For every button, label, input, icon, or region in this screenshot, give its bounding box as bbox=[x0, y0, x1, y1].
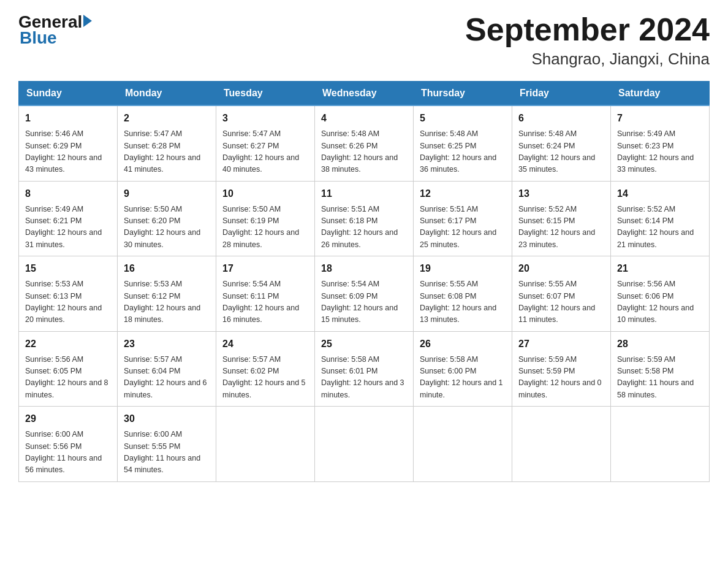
calendar-cell: 17Sunrise: 5:54 AMSunset: 6:11 PMDayligh… bbox=[216, 256, 315, 332]
calendar-cell: 12Sunrise: 5:51 AMSunset: 6:17 PMDayligh… bbox=[414, 181, 512, 256]
day-number: 30 bbox=[124, 412, 210, 426]
header-day-sunday: Sunday bbox=[19, 82, 118, 106]
day-info: Sunrise: 5:54 AMSunset: 6:09 PMDaylight:… bbox=[321, 278, 407, 326]
day-number: 29 bbox=[25, 412, 111, 426]
day-number: 19 bbox=[420, 261, 506, 276]
day-number: 20 bbox=[518, 261, 604, 276]
day-number: 15 bbox=[25, 261, 111, 276]
day-info: Sunrise: 5:46 AMSunset: 6:29 PMDaylight:… bbox=[25, 128, 111, 176]
day-info: Sunrise: 5:54 AMSunset: 6:11 PMDaylight:… bbox=[222, 278, 308, 326]
calendar-title-block: September 2024 Shangrao, Jiangxi, China bbox=[465, 12, 710, 69]
day-info: Sunrise: 5:58 AMSunset: 6:01 PMDaylight:… bbox=[321, 354, 407, 402]
calendar-week-4: 22Sunrise: 5:56 AMSunset: 6:05 PMDayligh… bbox=[19, 331, 710, 407]
calendar-cell bbox=[216, 407, 315, 482]
day-number: 7 bbox=[617, 111, 703, 126]
calendar-cell: 9Sunrise: 5:50 AMSunset: 6:20 PMDaylight… bbox=[118, 181, 216, 256]
day-info: Sunrise: 5:48 AMSunset: 6:24 PMDaylight:… bbox=[518, 128, 604, 176]
calendar-cell: 16Sunrise: 5:53 AMSunset: 6:12 PMDayligh… bbox=[118, 256, 216, 332]
day-number: 1 bbox=[25, 111, 111, 126]
calendar-cell bbox=[414, 407, 512, 482]
calendar-cell: 29Sunrise: 6:00 AMSunset: 5:56 PMDayligh… bbox=[19, 407, 118, 482]
day-number: 5 bbox=[420, 111, 506, 126]
day-info: Sunrise: 5:48 AMSunset: 6:26 PMDaylight:… bbox=[321, 128, 407, 176]
day-number: 14 bbox=[617, 186, 703, 201]
calendar-week-2: 8Sunrise: 5:49 AMSunset: 6:21 PMDaylight… bbox=[19, 181, 710, 256]
day-info: Sunrise: 5:58 AMSunset: 6:00 PMDaylight:… bbox=[420, 354, 506, 402]
calendar-cell: 15Sunrise: 5:53 AMSunset: 6:13 PMDayligh… bbox=[19, 256, 118, 332]
day-info: Sunrise: 5:51 AMSunset: 6:18 PMDaylight:… bbox=[321, 204, 407, 251]
calendar-cell: 18Sunrise: 5:54 AMSunset: 6:09 PMDayligh… bbox=[315, 256, 414, 332]
calendar-header-row: SundayMondayTuesdayWednesdayThursdayFrid… bbox=[19, 82, 710, 106]
day-info: Sunrise: 6:00 AMSunset: 5:56 PMDaylight:… bbox=[25, 429, 111, 477]
calendar-table: SundayMondayTuesdayWednesdayThursdayFrid… bbox=[18, 81, 710, 482]
day-info: Sunrise: 5:59 AMSunset: 5:58 PMDaylight:… bbox=[617, 354, 703, 402]
logo: General Blue bbox=[18, 12, 92, 48]
day-number: 2 bbox=[124, 111, 210, 126]
calendar-cell: 1Sunrise: 5:46 AMSunset: 6:29 PMDaylight… bbox=[19, 105, 118, 181]
day-number: 10 bbox=[222, 186, 308, 201]
calendar-cell: 8Sunrise: 5:49 AMSunset: 6:21 PMDaylight… bbox=[19, 181, 118, 256]
day-info: Sunrise: 5:51 AMSunset: 6:17 PMDaylight:… bbox=[420, 204, 506, 251]
day-number: 23 bbox=[124, 337, 210, 351]
day-info: Sunrise: 5:52 AMSunset: 6:14 PMDaylight:… bbox=[617, 204, 703, 251]
logo-arrow-icon bbox=[83, 15, 92, 27]
header-day-tuesday: Tuesday bbox=[216, 82, 315, 106]
header-day-thursday: Thursday bbox=[414, 82, 512, 106]
calendar-week-3: 15Sunrise: 5:53 AMSunset: 6:13 PMDayligh… bbox=[19, 256, 710, 332]
calendar-cell: 4Sunrise: 5:48 AMSunset: 6:26 PMDaylight… bbox=[315, 105, 414, 181]
calendar-cell: 25Sunrise: 5:58 AMSunset: 6:01 PMDayligh… bbox=[315, 331, 414, 407]
calendar-cell: 28Sunrise: 5:59 AMSunset: 5:58 PMDayligh… bbox=[611, 331, 710, 407]
day-number: 25 bbox=[321, 337, 407, 351]
calendar-cell: 2Sunrise: 5:47 AMSunset: 6:28 PMDaylight… bbox=[118, 105, 216, 181]
day-number: 3 bbox=[222, 111, 308, 126]
day-number: 13 bbox=[518, 186, 604, 201]
calendar-cell: 22Sunrise: 5:56 AMSunset: 6:05 PMDayligh… bbox=[19, 331, 118, 407]
day-number: 26 bbox=[420, 337, 506, 351]
calendar-cell: 10Sunrise: 5:50 AMSunset: 6:19 PMDayligh… bbox=[216, 181, 315, 256]
day-info: Sunrise: 5:53 AMSunset: 6:13 PMDaylight:… bbox=[25, 278, 111, 326]
calendar-cell: 13Sunrise: 5:52 AMSunset: 6:15 PMDayligh… bbox=[512, 181, 611, 256]
day-info: Sunrise: 5:56 AMSunset: 6:05 PMDaylight:… bbox=[25, 354, 111, 402]
day-info: Sunrise: 5:49 AMSunset: 6:21 PMDaylight:… bbox=[25, 204, 111, 251]
calendar-cell: 5Sunrise: 5:48 AMSunset: 6:25 PMDaylight… bbox=[414, 105, 512, 181]
header-day-friday: Friday bbox=[512, 82, 611, 106]
day-number: 27 bbox=[518, 337, 604, 351]
calendar-cell bbox=[315, 407, 414, 482]
day-info: Sunrise: 5:50 AMSunset: 6:20 PMDaylight:… bbox=[124, 204, 210, 251]
day-number: 12 bbox=[420, 186, 506, 201]
day-number: 16 bbox=[124, 261, 210, 276]
day-info: Sunrise: 5:50 AMSunset: 6:19 PMDaylight:… bbox=[222, 204, 308, 251]
day-info: Sunrise: 5:57 AMSunset: 6:02 PMDaylight:… bbox=[222, 354, 308, 402]
header-day-saturday: Saturday bbox=[611, 82, 710, 106]
day-number: 11 bbox=[321, 186, 407, 201]
day-number: 28 bbox=[617, 337, 703, 351]
calendar-cell: 26Sunrise: 5:58 AMSunset: 6:00 PMDayligh… bbox=[414, 331, 512, 407]
day-info: Sunrise: 5:55 AMSunset: 6:07 PMDaylight:… bbox=[518, 278, 604, 326]
calendar-cell: 30Sunrise: 6:00 AMSunset: 5:55 PMDayligh… bbox=[118, 407, 216, 482]
header-day-monday: Monday bbox=[118, 82, 216, 106]
day-info: Sunrise: 5:53 AMSunset: 6:12 PMDaylight:… bbox=[124, 278, 210, 326]
calendar-cell: 20Sunrise: 5:55 AMSunset: 6:07 PMDayligh… bbox=[512, 256, 611, 332]
day-info: Sunrise: 5:47 AMSunset: 6:27 PMDaylight:… bbox=[222, 128, 308, 176]
day-number: 22 bbox=[25, 337, 111, 351]
calendar-cell: 3Sunrise: 5:47 AMSunset: 6:27 PMDaylight… bbox=[216, 105, 315, 181]
day-number: 18 bbox=[321, 261, 407, 276]
calendar-cell: 7Sunrise: 5:49 AMSunset: 6:23 PMDaylight… bbox=[611, 105, 710, 181]
day-info: Sunrise: 5:56 AMSunset: 6:06 PMDaylight:… bbox=[617, 278, 703, 326]
calendar-cell: 21Sunrise: 5:56 AMSunset: 6:06 PMDayligh… bbox=[611, 256, 710, 332]
calendar-week-5: 29Sunrise: 6:00 AMSunset: 5:56 PMDayligh… bbox=[19, 407, 710, 482]
calendar-cell: 23Sunrise: 5:57 AMSunset: 6:04 PMDayligh… bbox=[118, 331, 216, 407]
day-number: 9 bbox=[124, 186, 210, 201]
day-info: Sunrise: 5:49 AMSunset: 6:23 PMDaylight:… bbox=[617, 128, 703, 176]
day-info: Sunrise: 5:48 AMSunset: 6:25 PMDaylight:… bbox=[420, 128, 506, 176]
day-info: Sunrise: 5:59 AMSunset: 5:59 PMDaylight:… bbox=[518, 354, 604, 402]
calendar-cell: 24Sunrise: 5:57 AMSunset: 6:02 PMDayligh… bbox=[216, 331, 315, 407]
calendar-cell: 27Sunrise: 5:59 AMSunset: 5:59 PMDayligh… bbox=[512, 331, 611, 407]
calendar-title: September 2024 bbox=[465, 12, 710, 47]
calendar-subtitle: Shangrao, Jiangxi, China bbox=[465, 50, 710, 69]
calendar-cell: 14Sunrise: 5:52 AMSunset: 6:14 PMDayligh… bbox=[611, 181, 710, 256]
calendar-cell: 11Sunrise: 5:51 AMSunset: 6:18 PMDayligh… bbox=[315, 181, 414, 256]
calendar-cell bbox=[611, 407, 710, 482]
day-number: 24 bbox=[222, 337, 308, 351]
calendar-cell bbox=[512, 407, 611, 482]
